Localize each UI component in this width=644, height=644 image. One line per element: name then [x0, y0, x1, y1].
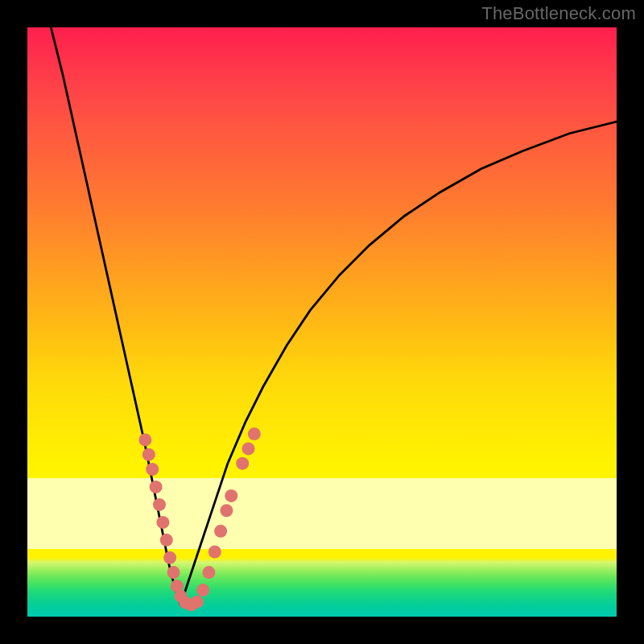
chart-frame: TheBottleneck.com [0, 0, 644, 644]
marker-dot [167, 566, 180, 579]
marker-dot [248, 427, 261, 440]
marker-dots [138, 427, 260, 611]
marker-dot [225, 489, 237, 502]
marker-dot [214, 525, 227, 538]
marker-dot [153, 498, 166, 511]
marker-dot [142, 448, 155, 461]
marker-dot [163, 551, 176, 564]
marker-dot [150, 481, 163, 493]
marker-dot [160, 534, 173, 547]
marker-dot [156, 516, 169, 529]
marker-dot [202, 566, 215, 579]
marker-dot [138, 433, 151, 446]
marker-dot [236, 457, 249, 470]
right-curve-path [180, 122, 617, 605]
chart-overlay [27, 27, 617, 617]
marker-dot [208, 545, 221, 558]
marker-dot [242, 442, 255, 455]
watermark-text: TheBottleneck.com [481, 3, 636, 24]
marker-dot [220, 504, 233, 517]
marker-dot [196, 584, 209, 597]
marker-dot [191, 596, 204, 609]
plot-area [27, 27, 617, 617]
marker-dot [146, 463, 159, 476]
